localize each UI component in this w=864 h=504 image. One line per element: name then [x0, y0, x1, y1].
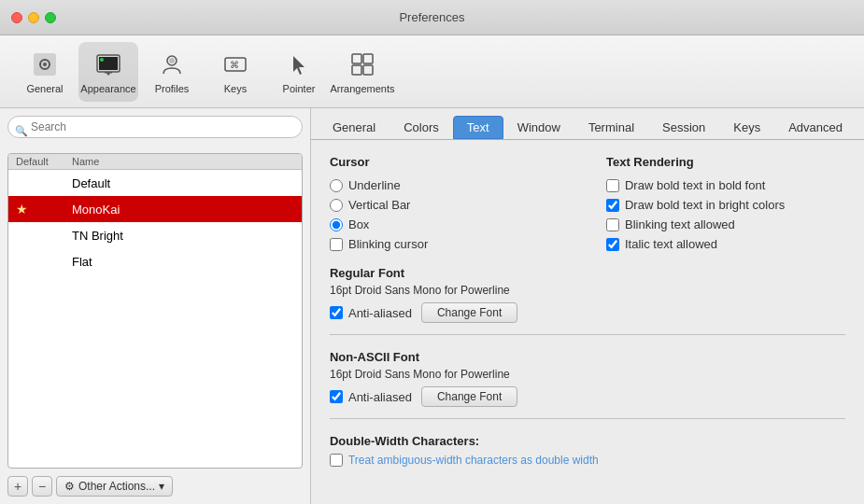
non-ascii-font-anti-aliased[interactable]: Anti-aliased [330, 390, 412, 404]
maximize-button[interactable] [45, 12, 56, 23]
profile-name-default: Default [72, 176, 294, 190]
default-col-monokai: ★ [16, 202, 72, 217]
svg-point-7 [100, 58, 104, 62]
pointer-icon [284, 49, 314, 79]
non-ascii-font-title: Non-ASCII Font [330, 350, 845, 364]
window-title: Preferences [399, 10, 464, 24]
toolbar-general[interactable]: General [15, 42, 75, 102]
search-wrapper: 🔍 [7, 116, 303, 146]
toolbar-appearance-label: Appearance [80, 83, 135, 94]
tab-text[interactable]: Text [453, 116, 503, 139]
other-actions-label: Other Actions... [78, 480, 155, 493]
profile-list-header: Default Name [8, 154, 302, 170]
minimize-button[interactable] [28, 12, 39, 23]
settings-top-row: Cursor Underline Vertical Bar [330, 155, 845, 251]
cursor-vertical-bar[interactable]: Vertical Bar [330, 198, 569, 212]
blinking-text-label: Blinking text allowed [625, 217, 735, 231]
arrangements-icon [347, 49, 377, 79]
regular-font-title: Regular Font [330, 266, 845, 280]
profile-row-tn-bright[interactable]: TN Bright [8, 222, 302, 248]
tab-keys[interactable]: Keys [719, 116, 774, 139]
double-width-checkbox-item[interactable]: Treat ambiguous-width characters as doub… [330, 454, 845, 467]
regular-font-anti-aliased-checkbox[interactable] [330, 306, 343, 319]
tab-session[interactable]: Session [648, 116, 719, 139]
title-bar: Preferences [0, 0, 864, 35]
draw-bold-bold-label: Draw bold text in bold font [625, 178, 765, 192]
toolbar-profiles[interactable]: Profiles [142, 42, 202, 102]
svg-rect-13 [363, 54, 373, 63]
svg-text:⌘: ⌘ [230, 60, 239, 70]
tab-window[interactable]: Window [503, 116, 574, 139]
chevron-down-icon: ▾ [159, 480, 164, 493]
non-ascii-font-desc: 16pt Droid Sans Mono for Powerline [330, 368, 845, 381]
search-input[interactable] [7, 116, 303, 138]
regular-font-anti-aliased-label: Anti-aliased [348, 306, 412, 320]
italic-text-checkbox[interactable] [606, 238, 619, 251]
cursor-vertical-bar-label: Vertical Bar [348, 198, 410, 212]
toolbar-pointer[interactable]: Pointer [269, 42, 329, 102]
search-icon: 🔍 [15, 125, 28, 137]
tab-colors[interactable]: Colors [390, 116, 453, 139]
regular-font-anti-aliased[interactable]: Anti-aliased [330, 306, 412, 320]
close-button[interactable] [11, 12, 22, 23]
toolbar-profiles-label: Profiles [155, 83, 190, 94]
double-width-title: Double-Width Characters: [330, 434, 845, 448]
profile-row-default[interactable]: Default [8, 170, 302, 196]
cursor-section: Cursor Underline Vertical Bar [330, 155, 569, 251]
regular-font-section: Regular Font 16pt Droid Sans Mono for Po… [330, 266, 845, 323]
double-width-checkbox[interactable] [330, 454, 343, 467]
svg-rect-6 [105, 72, 112, 74]
gear-icon-other: ⚙ [64, 480, 75, 493]
profile-row-monokai[interactable]: ★ MonoKai [8, 196, 302, 222]
general-icon [30, 49, 60, 79]
tab-advanced[interactable]: Advanced [774, 116, 857, 139]
cursor-box-radio[interactable] [330, 218, 343, 231]
non-ascii-font-change-button[interactable]: Change Font [421, 386, 517, 407]
italic-text-allowed[interactable]: Italic text allowed [606, 237, 845, 251]
cursor-blinking-checkbox[interactable] [330, 238, 343, 251]
draw-bold-bright[interactable]: Draw bold text in bright colors [606, 198, 845, 212]
toolbar-arrangements[interactable]: Arrangements [333, 42, 392, 102]
keys-icon: ⌘ [220, 49, 250, 79]
blinking-text-checkbox[interactable] [606, 218, 619, 231]
cursor-vertical-bar-radio[interactable] [330, 199, 343, 212]
toolbar-keys[interactable]: ⌘ Keys [205, 42, 265, 102]
regular-font-desc: 16pt Droid Sans Mono for Powerline [330, 284, 845, 297]
regular-font-change-button[interactable]: Change Font [421, 302, 517, 323]
svg-point-9 [169, 58, 175, 63]
divider-1 [330, 334, 845, 335]
cursor-underline-radio[interactable] [330, 179, 343, 192]
non-ascii-font-anti-aliased-label: Anti-aliased [348, 390, 412, 404]
toolbar-arrangements-label: Arrangements [330, 83, 394, 94]
profile-name-tn-bright: TN Bright [72, 229, 294, 243]
blinking-text-allowed[interactable]: Blinking text allowed [606, 217, 845, 231]
profile-row-flat[interactable]: Flat [8, 248, 302, 274]
divider-2 [330, 418, 845, 419]
cursor-blinking[interactable]: Blinking cursor [330, 237, 569, 251]
settings-content: Cursor Underline Vertical Bar [311, 140, 864, 504]
toolbar-pointer-label: Pointer [283, 83, 316, 94]
right-panel: General Colors Text Window Terminal Sess… [311, 108, 864, 504]
text-rendering-checkbox-group: Draw bold text in bold font Draw bold te… [606, 178, 845, 251]
header-default: Default [16, 156, 72, 167]
draw-bold-bold-checkbox[interactable] [606, 179, 619, 192]
remove-profile-button[interactable]: − [32, 476, 52, 497]
draw-bold-bright-checkbox[interactable] [606, 199, 619, 212]
add-profile-button[interactable]: + [7, 476, 28, 497]
other-actions-button[interactable]: ⚙ Other Actions... ▾ [56, 476, 173, 497]
profile-list: Default Name Default ★ MonoKai TN Bright [7, 153, 303, 469]
star-icon: ★ [16, 202, 28, 217]
text-rendering-section: Text Rendering Draw bold text in bold fo… [606, 155, 845, 251]
draw-bold-bold[interactable]: Draw bold text in bold font [606, 178, 845, 192]
profile-name-flat: Flat [72, 255, 294, 269]
non-ascii-font-anti-aliased-checkbox[interactable] [330, 390, 343, 403]
appearance-icon [93, 49, 123, 79]
svg-rect-14 [352, 65, 361, 75]
toolbar-appearance[interactable]: Appearance [78, 42, 138, 102]
tab-terminal[interactable]: Terminal [574, 116, 648, 139]
cursor-box[interactable]: Box [330, 217, 569, 231]
tab-general[interactable]: General [319, 116, 390, 139]
cursor-underline[interactable]: Underline [330, 178, 569, 192]
cursor-box-label: Box [348, 217, 369, 231]
toolbar-general-label: General [26, 83, 63, 94]
